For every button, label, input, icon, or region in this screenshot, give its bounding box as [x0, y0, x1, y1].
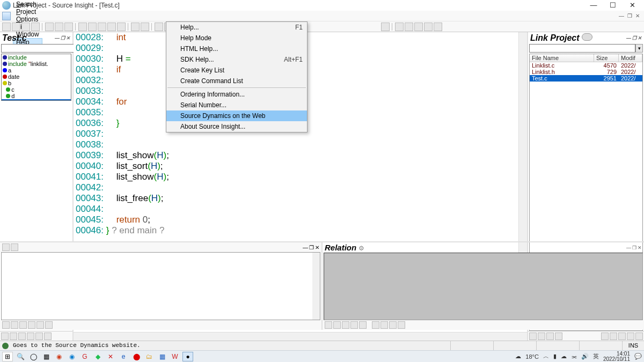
panel-minimize-icon[interactable]: —	[55, 35, 60, 41]
panel-restore-icon[interactable]: ❐	[632, 35, 636, 41]
toolbar-button[interactable]	[155, 23, 163, 31]
symbol-row[interactable]: include	[2, 54, 71, 61]
close-button[interactable]: ✕	[623, 0, 642, 11]
toolbar-button[interactable]	[627, 333, 634, 340]
doc-restore-button[interactable]: ❐	[627, 13, 632, 19]
toolbar-button[interactable]	[2, 243, 10, 251]
taskbar-app-icon[interactable]: ◆	[92, 352, 103, 361]
relation-view[interactable]	[324, 253, 643, 320]
record-icon[interactable]: ⬤	[131, 352, 142, 361]
toolbar-button[interactable]	[350, 321, 358, 329]
symbol-row[interactable]: d	[2, 93, 71, 99]
battery-icon[interactable]: ▮	[553, 353, 557, 360]
source-insight-icon[interactable]: ●	[182, 352, 193, 361]
wifi-icon[interactable]: ⫘	[571, 353, 577, 360]
edge-icon[interactable]: ◉	[67, 352, 77, 361]
toolbar-button[interactable]	[78, 23, 87, 31]
toolbar-button[interactable]	[44, 333, 52, 340]
doc-minimize-button[interactable]: —	[619, 13, 624, 19]
toolbar-button[interactable]	[31, 23, 40, 31]
toolbar-button[interactable]	[424, 23, 433, 31]
toolbar-button[interactable]	[131, 23, 140, 31]
panel-close-icon[interactable]: ✕	[315, 245, 319, 250]
file-row[interactable]: Linklist.c45702022/	[530, 62, 642, 69]
toolbar-button[interactable]	[538, 333, 545, 340]
panel-restore-icon[interactable]: ❐	[309, 245, 314, 250]
help-menu-item[interactable]: About Source Insight...	[166, 121, 307, 132]
toolbar-button[interactable]	[27, 333, 34, 340]
panel-close-icon[interactable]: ✕	[638, 245, 642, 250]
toolbar-button[interactable]	[635, 333, 643, 340]
toolbar-button[interactable]	[395, 23, 404, 31]
toolbar-button[interactable]	[45, 23, 54, 31]
volume-icon[interactable]: 🔊	[581, 353, 589, 360]
taskbar-app-icon[interactable]: ▦	[41, 352, 52, 361]
notifications-icon[interactable]: 💬	[634, 353, 642, 360]
panel-minimize-icon[interactable]: —	[626, 35, 631, 41]
toolbar-button[interactable]	[325, 321, 332, 329]
toolbar-button[interactable]	[10, 333, 17, 340]
toolbar-button[interactable]	[19, 321, 27, 329]
ime-indicator[interactable]: 英	[593, 352, 599, 360]
ie-icon[interactable]: e	[118, 352, 129, 361]
help-menu-item[interactable]: Help...F1	[166, 22, 307, 33]
toolbar-button[interactable]	[98, 23, 106, 31]
toolbar-button[interactable]	[381, 23, 390, 31]
wps-icon[interactable]: W	[170, 352, 180, 361]
col-header-size[interactable]: Size	[594, 54, 619, 62]
taskbar-app-icon[interactable]: ◉	[54, 352, 64, 361]
col-header-filename[interactable]: File Name	[530, 54, 594, 62]
file-row[interactable]: Linklist.h7292022/	[530, 69, 642, 75]
help-menu-item[interactable]: HTML Help...	[166, 43, 307, 54]
start-button[interactable]: ⊞	[2, 352, 13, 361]
context-view[interactable]	[1, 252, 320, 320]
symbol-row[interactable]: c	[2, 86, 71, 93]
toolbar-button[interactable]	[398, 321, 405, 329]
toolbar-button[interactable]	[359, 321, 367, 329]
explorer-icon[interactable]: 🗂	[144, 352, 155, 361]
symbol-row[interactable]: b	[2, 80, 71, 86]
toolbar-button[interactable]	[601, 333, 609, 340]
search-icon[interactable]: 🔍	[15, 352, 26, 361]
col-header-modif[interactable]: Modif	[619, 54, 642, 62]
panel-minimize-icon[interactable]: —	[626, 245, 631, 250]
panel-close-icon[interactable]: ✕	[66, 35, 70, 41]
toolbar-button[interactable]	[555, 333, 562, 340]
help-menu-item[interactable]: Create Command List	[166, 76, 307, 86]
toolbar-button[interactable]	[28, 321, 35, 329]
symbol-search-input[interactable]	[1, 44, 78, 53]
symbol-row[interactable]: date	[2, 73, 71, 80]
toolbar-button[interactable]	[45, 321, 53, 329]
weather-temp[interactable]: 18°C	[525, 353, 539, 360]
project-search-dropdown[interactable]: ▾	[635, 44, 643, 53]
doc-menu-icon[interactable]	[2, 12, 11, 20]
symbol-list[interactable]: include include "linklist.adateb c dmain	[1, 54, 71, 101]
toolbar-button[interactable]	[414, 23, 423, 31]
toolbar-button[interactable]	[117, 23, 126, 31]
toolbar-button[interactable]	[529, 333, 537, 340]
toolbar-button[interactable]	[55, 23, 63, 31]
help-menu-item[interactable]: SDK Help...Alt+F1	[166, 54, 307, 65]
toolbar-button[interactable]	[380, 321, 388, 329]
toolbar-button[interactable]	[36, 321, 44, 329]
panel-restore-icon[interactable]: ❐	[632, 245, 636, 250]
vertical-scrollbar[interactable]	[312, 253, 320, 320]
project-search-input[interactable]	[529, 44, 635, 53]
toolbar-button[interactable]	[12, 23, 20, 31]
symbol-row[interactable]: include "linklist.	[2, 61, 71, 67]
toolbar-button[interactable]	[546, 333, 554, 340]
minimize-button[interactable]: —	[584, 0, 603, 11]
help-menu-item[interactable]: Ordering Information...	[166, 89, 307, 100]
panel-close-icon[interactable]: ✕	[638, 35, 642, 41]
help-menu-item[interactable]: Help Mode	[166, 33, 307, 43]
onedrive-icon[interactable]: ☁	[561, 353, 567, 360]
symbol-row[interactable]: a	[2, 67, 71, 73]
horizontal-scrollbar[interactable]	[74, 332, 527, 341]
clock[interactable]: 14:012022/10/11	[603, 351, 630, 362]
file-row[interactable]: Test.c29512022/	[530, 75, 642, 82]
help-menu-item[interactable]: Source Dynamics on the Web	[166, 110, 307, 121]
toolbar-button[interactable]	[21, 23, 30, 31]
toolbar-button[interactable]	[610, 333, 617, 340]
toolbar-button[interactable]	[405, 23, 413, 31]
toolbar-button[interactable]	[342, 321, 349, 329]
